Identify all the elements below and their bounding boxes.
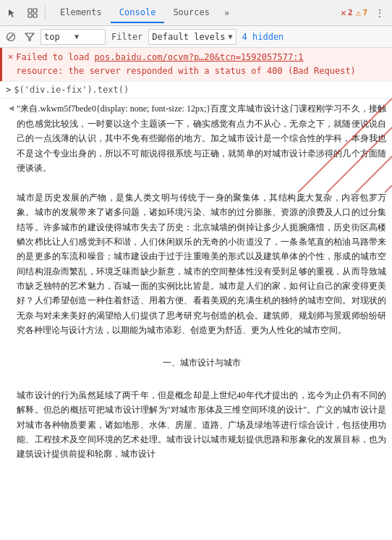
- output-arrow-icon: ◀: [9, 103, 14, 461]
- hidden-count-label[interactable]: 4 hidden: [242, 32, 284, 42]
- context-dropdown-icon: ▼: [74, 33, 102, 41]
- level-selector[interactable]: Default levels ▼: [148, 29, 236, 45]
- output-string-value: "来自.wkwm5f7bede0{display: none; font-siz…: [17, 104, 386, 173]
- error-count: 2: [348, 8, 353, 17]
- cursor-icon[interactable]: [3, 4, 22, 22]
- console-input-line[interactable]: > $('div.ie-fix').text(): [0, 81, 392, 98]
- context-value: top: [44, 32, 72, 42]
- tab-bar: Elements Console Sources »: [51, 3, 235, 23]
- level-dropdown-icon: ▼: [229, 33, 233, 41]
- warn-count: 7: [362, 8, 367, 17]
- tab-console[interactable]: Console: [111, 3, 165, 23]
- error-message: ✕ Failed to load pos.baidu.com/ocvm?p…20…: [0, 48, 392, 81]
- warn-badge[interactable]: ⚠ 7: [356, 7, 367, 18]
- error-description: resource: the server responded with a st…: [16, 66, 356, 76]
- error-text-block: Failed to load pos.baidu.com/ocvm?p…20&t…: [16, 51, 356, 78]
- console-output: ✕ Failed to load pos.baidu.com/ocvm?p…20…: [0, 48, 392, 540]
- section-title: 一、城市设计与城市: [17, 353, 386, 373]
- warn-triangle-icon: ⚠: [356, 7, 362, 18]
- para1-text: 城市是历史发展的产物，是集人类文明与传统于一身的聚集体，其结构庞大复杂，内容包罗…: [17, 193, 386, 336]
- svg-rect-3: [33, 14, 37, 17]
- console-string-output: "来自.wkwm5f7bede0{display: none; font-siz…: [17, 101, 386, 461]
- error-badge[interactable]: ✕ 2: [341, 7, 352, 18]
- inspect-icon[interactable]: [23, 4, 42, 22]
- console-output-block: ◀ "来自.wkwm5f7bede0{display: none; font-s…: [0, 98, 392, 464]
- console-toolbar: top ▼ Filter Default levels ▼ 4 hidden: [0, 26, 392, 48]
- error-url-link[interactable]: pos.baidu.com/ocvm?p…20&tcn=1592057577:1: [95, 52, 304, 62]
- more-options-icon[interactable]: ⋮: [370, 4, 389, 22]
- context-selector[interactable]: top ▼: [41, 29, 106, 45]
- main-toolbar: Elements Console Sources » ✕ 2 ⚠ 7 ⋮: [0, 0, 392, 26]
- toolbar-right: ✕ 2 ⚠ 7 ⋮: [341, 4, 389, 22]
- input-chevron-icon: >: [6, 85, 11, 95]
- level-value: Default levels: [152, 32, 225, 42]
- filter-toggle-icon[interactable]: [22, 29, 38, 45]
- error-x-icon: ✕: [341, 7, 346, 18]
- filter-label: Filter: [111, 32, 142, 42]
- para2-text: 城市设计的行为虽然延续了两千年，但是概念却是上世纪40年代才提出的，迄今为止仍有…: [17, 390, 386, 460]
- svg-rect-2: [28, 14, 32, 17]
- tab-more[interactable]: »: [218, 4, 235, 22]
- error-circle-icon: ✕: [8, 51, 13, 62]
- svg-line-5: [9, 34, 14, 39]
- svg-rect-0: [28, 9, 32, 12]
- tab-elements[interactable]: Elements: [51, 3, 111, 23]
- tab-sources[interactable]: Sources: [164, 3, 218, 23]
- clear-console-icon[interactable]: [3, 29, 19, 45]
- toolbar-separator: [45, 6, 46, 20]
- console-command: $('div.ie-fix').text(): [14, 85, 129, 95]
- error-prefix: Failed to load: [16, 52, 94, 62]
- svg-marker-6: [25, 33, 34, 41]
- svg-rect-1: [33, 9, 37, 12]
